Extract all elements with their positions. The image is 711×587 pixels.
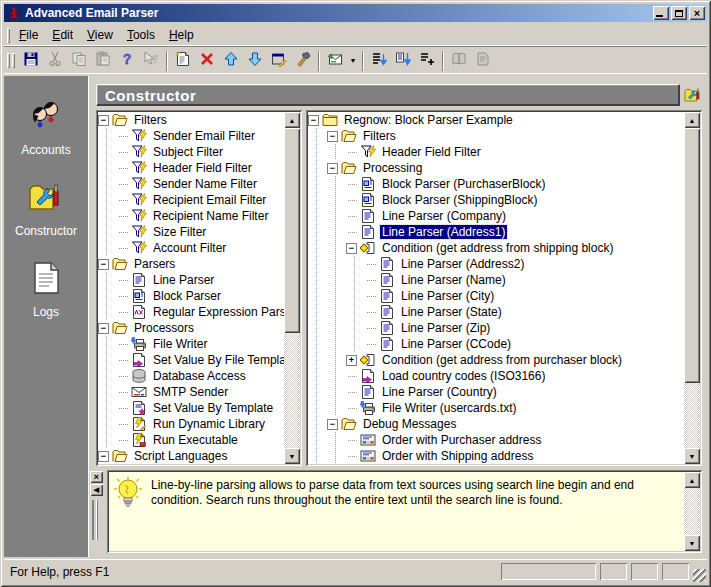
description-scrollbar[interactable]: ▲ ▼ [684, 472, 700, 551]
tree-item[interactable]: Sender Email Filter [98, 128, 284, 144]
scroll-thumb[interactable] [284, 128, 300, 333]
tree-item[interactable]: Regular Expression Parser [98, 304, 284, 320]
move-up-button[interactable] [219, 50, 243, 72]
tree-item-label: Recipient Name Filter [151, 209, 270, 223]
tree-item[interactable]: −Filters [308, 128, 684, 144]
tree-item[interactable]: Load country codes (ISO3166) [308, 368, 684, 384]
delete-button[interactable] [195, 50, 219, 72]
tree-item[interactable]: Line Parser (Address1) [308, 224, 684, 240]
add-entry-button[interactable] [415, 50, 439, 72]
scroll-down-button[interactable]: ▼ [684, 448, 700, 464]
tree-item[interactable]: −Processing [308, 160, 684, 176]
tree-item[interactable]: −Parsers [98, 256, 284, 272]
maximize-button[interactable] [671, 6, 687, 20]
toolbar-grip-2[interactable] [12, 53, 15, 68]
tree-item[interactable]: −Script Languages [98, 448, 284, 464]
expand-all-button[interactable] [391, 50, 415, 72]
tree-item[interactable]: Header Field Filter [98, 160, 284, 176]
properties-button[interactable] [267, 50, 291, 72]
tree-item[interactable]: Recipient Email Filter [98, 192, 284, 208]
title-bar[interactable]: Advanced Email Parser × [4, 4, 707, 22]
tree-item[interactable]: Set Value By Template [98, 400, 284, 416]
expand-toggle[interactable]: + [346, 355, 357, 366]
menu-file[interactable]: File [12, 26, 45, 44]
toolbox-tree-scrollbar[interactable]: ▲ ▼ [284, 112, 300, 464]
tree-item[interactable]: Size Filter [98, 224, 284, 240]
menubar-grip[interactable] [7, 28, 10, 43]
expand-toggle[interactable]: − [346, 243, 357, 254]
expand-toggle[interactable]: − [98, 323, 109, 334]
scroll-down-button[interactable]: ▼ [284, 448, 300, 464]
tree-item[interactable]: Line Parser (Address2) [308, 256, 684, 272]
sidebar-item-constructor[interactable]: Constructor [15, 179, 77, 238]
close-button[interactable]: × [689, 6, 705, 20]
collapse-description-button[interactable]: ◀ [90, 484, 103, 496]
tree-item[interactable]: Block Parser (PurchaserBlock) [308, 176, 684, 192]
tree-item[interactable]: Line Parser (Country) [308, 384, 684, 400]
tree-item[interactable]: Sender Name Filter [98, 176, 284, 192]
save-button[interactable] [19, 50, 43, 72]
scroll-down-button[interactable]: ▼ [684, 535, 700, 551]
tree-item[interactable]: Recipient Name Filter [98, 208, 284, 224]
tree-item[interactable]: Header Field Filter [308, 144, 684, 160]
tree-item[interactable]: −Regnow: Block Parser Example [308, 112, 684, 128]
menu-help[interactable]: Help [162, 26, 201, 44]
scroll-up-button[interactable]: ▲ [684, 472, 700, 488]
scroll-up-button[interactable]: ▲ [684, 112, 700, 128]
move-down-button[interactable] [243, 50, 267, 72]
tree-item[interactable]: Line Parser (Company) [308, 208, 684, 224]
tree-item[interactable]: Run Executable [98, 432, 284, 448]
status-panel [501, 563, 596, 580]
tree-item[interactable]: Line Parser (CCode) [308, 336, 684, 352]
sidebar-item-logs[interactable]: Logs [28, 260, 64, 319]
description-grip[interactable] [92, 500, 98, 540]
expand-toggle[interactable]: − [327, 163, 338, 174]
test-message-button-dropdown[interactable]: ▼ [347, 50, 359, 72]
tree-item[interactable]: Account Filter [98, 240, 284, 256]
tree-item[interactable]: Order with Purchaser address [308, 432, 684, 448]
tree-item[interactable]: File Writer (usercards.txt) [308, 400, 684, 416]
scroll-thumb[interactable] [684, 128, 700, 383]
resize-grip[interactable] [693, 569, 706, 582]
tree-item[interactable]: Order with Shipping address [308, 448, 684, 464]
expand-toggle[interactable]: − [98, 451, 109, 462]
scroll-up-button[interactable]: ▲ [284, 112, 300, 128]
tree-item[interactable]: File Writer [98, 336, 284, 352]
expand-items-button[interactable] [367, 50, 391, 72]
project-tree-scrollbar[interactable]: ▲ ▼ [684, 112, 700, 464]
toolbar-grip[interactable] [7, 53, 10, 68]
expand-toggle[interactable]: − [98, 259, 109, 270]
tree-item[interactable]: Line Parser (State) [308, 304, 684, 320]
tree-item[interactable]: −Debug Messages [308, 416, 684, 432]
sidebar-item-accounts[interactable]: Accounts [21, 98, 70, 157]
tree-item[interactable]: Block Parser [98, 288, 284, 304]
expand-toggle[interactable]: − [98, 115, 109, 126]
tree-item[interactable]: SMTP Sender [98, 384, 284, 400]
tree-item[interactable]: Line Parser [98, 272, 284, 288]
close-description-button[interactable]: × [90, 471, 103, 483]
tree-item[interactable]: Subject Filter [98, 144, 284, 160]
menu-tools[interactable]: Tools [120, 26, 162, 44]
test-message-button[interactable] [323, 50, 347, 72]
tree-item[interactable]: −Processors [98, 320, 284, 336]
new-item-button[interactable] [171, 50, 195, 72]
menu-edit[interactable]: Edit [45, 26, 80, 44]
expand-toggle[interactable]: − [308, 115, 319, 126]
expand-toggle[interactable]: − [327, 419, 338, 430]
tree-item[interactable]: −Condition (get address from shipping bl… [308, 240, 684, 256]
tree-item[interactable]: Set Value By File Template [98, 352, 284, 368]
build-button[interactable] [291, 50, 315, 72]
tree-item[interactable]: Line Parser (Zip) [308, 320, 684, 336]
tree-item[interactable]: +Condition (get address from purchaser b… [308, 352, 684, 368]
tree-item[interactable]: Database Access [98, 368, 284, 384]
tree-item[interactable]: −Filters [98, 112, 284, 128]
expand-toggle[interactable]: − [327, 131, 338, 142]
minimize-button[interactable] [653, 6, 669, 20]
tree-item[interactable]: Line Parser (City) [308, 288, 684, 304]
tree-item[interactable]: Run Dynamic Library [98, 416, 284, 432]
tree-item[interactable]: Block Parser (ShippingBlock) [308, 192, 684, 208]
tree-item[interactable]: Line Parser (Name) [308, 272, 684, 288]
menu-view[interactable]: View [80, 26, 120, 44]
constructor-small-icon[interactable] [684, 86, 702, 104]
help-button[interactable]: ? [115, 50, 139, 72]
